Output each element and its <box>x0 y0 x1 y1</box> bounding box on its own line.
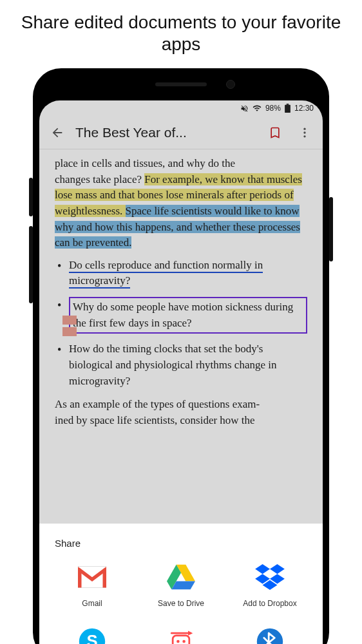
svg-point-19 <box>182 640 186 643</box>
underline-blue: Do cells reproduce and function normally… <box>69 259 263 289</box>
doc-paragraph: As an example of the types of questions … <box>55 397 307 428</box>
share-item-dropbox[interactable]: Add to Dropbox <box>229 562 311 608</box>
doc-text: As an example of the types of questions … <box>55 398 260 410</box>
share-item-gmail[interactable]: Gmail <box>51 562 133 608</box>
share-item-label: Save to Drive <box>158 599 204 608</box>
bullet-item: Do cells reproduce and function normally… <box>55 258 307 289</box>
share-item-skype[interactable]: S Skype <box>51 626 133 644</box>
share-sheet: Share Gmail Save to Drive <box>39 524 323 644</box>
battery-percent: 98% <box>265 104 281 113</box>
bullet-item: Why do some people have motion sickness … <box>55 297 307 334</box>
promo-title: Share edited documents to your favorite … <box>0 0 362 61</box>
svg-rect-0 <box>285 105 291 113</box>
bookmark-button[interactable] <box>263 121 287 144</box>
svg-rect-17 <box>173 636 189 644</box>
more-vert-icon <box>298 126 311 139</box>
send-anywhere-icon <box>166 626 196 644</box>
status-bar: 98% 12:30 <box>39 100 323 116</box>
doc-text: How do the timing clocks that set the bo… <box>69 343 276 386</box>
bluetooth-icon <box>254 626 285 644</box>
dropbox-icon <box>254 562 285 592</box>
battery-icon <box>285 104 291 113</box>
svg-marker-10 <box>270 564 285 574</box>
svg-marker-9 <box>255 564 270 574</box>
doc-text: ined by space life scientists, consider … <box>55 414 255 426</box>
share-item-label: Add to Dropbox <box>243 599 296 608</box>
skype-icon: S <box>77 626 108 644</box>
share-item-label: Gmail <box>82 599 102 608</box>
back-button[interactable] <box>46 121 69 144</box>
mute-icon <box>240 104 249 113</box>
app-bar: The Best Year of... <box>39 116 323 149</box>
share-item-drive[interactable]: Save to Drive <box>140 562 222 608</box>
svg-rect-5 <box>78 567 106 588</box>
svg-text:S: S <box>86 632 97 644</box>
svg-point-18 <box>176 640 180 643</box>
boxed-purple: Why do some people have motion sickness … <box>69 297 307 334</box>
doc-text: changes take place? <box>55 173 144 185</box>
phone-side-button <box>29 178 33 216</box>
bullet-item: How do the timing clocks that set the bo… <box>55 341 307 389</box>
gmail-icon <box>77 562 108 592</box>
svg-point-4 <box>303 135 305 137</box>
document-viewer[interactable]: place in cells and tissues, and why do t… <box>39 149 323 429</box>
doc-text: place in cells and tissues, and why do t… <box>55 157 235 169</box>
svg-point-3 <box>303 131 305 133</box>
margin-mark <box>62 327 77 336</box>
doc-bullets: Do cells reproduce and function normally… <box>55 258 307 389</box>
page-title: The Best Year of... <box>75 125 257 140</box>
share-sheet-title: Share <box>51 538 311 549</box>
share-item-sendanywhere[interactable]: Send Anywhere <box>140 626 222 644</box>
phone-side-button <box>29 226 33 303</box>
svg-rect-1 <box>287 104 289 105</box>
wifi-icon <box>252 104 262 113</box>
doc-paragraph: place in cells and tissues, and why do t… <box>55 156 307 251</box>
drive-icon <box>166 562 196 592</box>
clock-time: 12:30 <box>294 104 314 113</box>
overflow-menu-button[interactable] <box>293 121 316 144</box>
bookmark-icon <box>269 126 281 139</box>
margin-mark <box>62 316 77 325</box>
phone-side-button <box>329 197 333 261</box>
share-grid: Gmail Save to Drive Add to Dropbox <box>51 562 311 644</box>
svg-point-2 <box>303 128 305 129</box>
share-item-bluetooth[interactable]: Bluetooth <box>229 626 311 644</box>
svg-marker-16 <box>188 631 193 636</box>
arrow-left-icon <box>50 126 64 140</box>
phone-frame: 98% 12:30 The Best Year of... place in c… <box>33 68 329 644</box>
phone-screen: 98% 12:30 The Best Year of... place in c… <box>39 100 323 644</box>
